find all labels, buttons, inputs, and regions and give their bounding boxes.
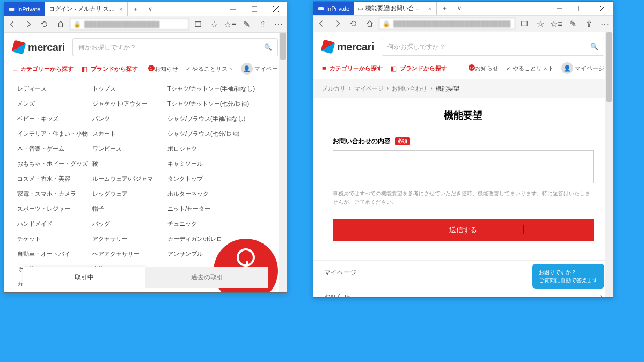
tab-active-trades[interactable]: 取引中 [23, 267, 145, 288]
close-window-button[interactable] [265, 2, 287, 16]
home-button[interactable] [362, 20, 378, 27]
refresh-button[interactable] [346, 20, 362, 27]
mega-item[interactable]: コスメ・香水・美容 [15, 171, 90, 186]
reading-view-button[interactable] [516, 20, 532, 27]
mega-item[interactable]: 帽子 [90, 201, 165, 216]
mega-item[interactable]: タンクトップ [165, 171, 282, 186]
mega-item[interactable]: キャミソール [165, 156, 282, 171]
tab-actions-button[interactable]: ∨ [452, 2, 467, 15]
home-button[interactable] [53, 20, 69, 28]
help-chat-bubble[interactable]: お困りですか？ ご質問に自動で答えます [532, 264, 604, 289]
mega-item[interactable]: スポーツ・レジャー [15, 201, 90, 216]
scrollbar[interactable] [605, 32, 613, 297]
nav-brand[interactable]: ◧ブランドから探す [81, 65, 138, 73]
inquiry-textarea[interactable] [333, 150, 594, 183]
more-button[interactable]: ⋯ [597, 19, 613, 29]
mercari-logo[interactable]: mercari [13, 41, 65, 54]
favorites-bar-button[interactable]: ☆≡ [548, 19, 565, 29]
submit-button[interactable]: 送信する [333, 219, 594, 241]
close-window-button[interactable] [591, 2, 613, 15]
nav-category[interactable]: ≡カテゴリーから探す [322, 64, 383, 72]
nav-mypage[interactable]: 👤マイページ [241, 63, 284, 75]
mega-item[interactable]: 靴 [90, 156, 165, 171]
mega-item[interactable]: ベビー・キッズ [15, 111, 90, 126]
search-icon[interactable]: 🔍 [264, 43, 272, 51]
refresh-button[interactable] [36, 20, 53, 28]
minimize-button[interactable] [222, 2, 244, 16]
share-button[interactable]: ⇪ [581, 19, 597, 29]
nav-mypage[interactable]: 👤マイページ [561, 62, 604, 74]
mega-item[interactable]: ニット/セーター [165, 201, 282, 216]
nav-brand[interactable]: ◧ブランドから探す [390, 64, 447, 72]
mega-item[interactable]: レディース [15, 81, 90, 96]
crumb[interactable]: マイページ [354, 85, 384, 93]
crumb[interactable]: メルカリ [322, 85, 346, 93]
new-tab-button[interactable]: ＋ [128, 2, 143, 16]
browser-tab[interactable]: ログイン - メルカリ スマホで × [45, 2, 128, 16]
forward-button[interactable] [330, 20, 346, 27]
mega-item[interactable]: シャツ/ブラウス(七分/長袖) [165, 126, 282, 141]
mega-item[interactable]: ハンドメイド [15, 216, 90, 231]
mega-item[interactable]: ポロシャツ [165, 141, 282, 156]
mega-item[interactable]: おもちゃ・ホビー・グッズ [15, 156, 90, 171]
mega-item[interactable]: Tシャツ/カットソー(七分/長袖) [165, 96, 282, 111]
mercari-logo[interactable]: mercari [322, 41, 374, 53]
mega-item[interactable]: シャツ/ブラウス(半袖/袖なし) [165, 111, 282, 126]
notes-button[interactable]: ✎ [238, 19, 254, 29]
scrollbar-thumb[interactable] [280, 33, 286, 60]
minimize-button[interactable] [548, 2, 570, 15]
mega-item[interactable]: バッグ [90, 216, 165, 231]
mega-item[interactable]: スカート [90, 126, 165, 141]
nav-category[interactable]: ≡カテゴリーから探す [13, 65, 74, 73]
mega-item[interactable]: 自動車・オートバイ [15, 246, 90, 261]
mega-item[interactable]: メンズ [15, 96, 90, 111]
mega-item[interactable]: 家電・スマホ・カメラ [15, 186, 90, 201]
forward-button[interactable] [20, 20, 36, 28]
maximize-button[interactable] [244, 2, 265, 16]
new-tab-button[interactable]: ＋ [437, 2, 452, 15]
share-button[interactable]: ⇪ [254, 19, 270, 29]
notes-button[interactable]: ✎ [565, 19, 581, 29]
mega-item[interactable]: アクセサリー [90, 231, 165, 246]
tab-actions-button[interactable]: ∨ [143, 2, 158, 16]
nav-todo[interactable]: ✓ やることリスト [186, 65, 233, 73]
more-button[interactable]: ⋯ [270, 19, 287, 29]
maximize-button[interactable] [570, 2, 591, 15]
nav-notice[interactable]: お知らせ [153, 65, 178, 73]
back-button[interactable] [313, 20, 330, 27]
search-input[interactable]: 何かお探しですか？ 🔍 [72, 38, 278, 56]
favorites-bar-button[interactable]: ☆≡ [222, 19, 238, 29]
mega-item[interactable]: ホルターネック [165, 186, 282, 201]
mega-item[interactable]: 本・音楽・ゲーム [15, 141, 90, 156]
mega-item[interactable]: インテリア・住まい・小物 [15, 126, 90, 141]
scrollbar[interactable] [279, 33, 287, 292]
crumb[interactable]: お問い合わせ [392, 85, 427, 93]
search-icon[interactable]: 🔍 [590, 43, 598, 50]
nav-todo[interactable]: ✓ やることリスト [506, 64, 554, 72]
mega-item[interactable]: チケット [15, 231, 90, 246]
mega-item[interactable]: ルームウェア/パジャマ [90, 171, 165, 186]
tab-past-trades[interactable]: 過去の取引 [145, 267, 268, 288]
search-input[interactable]: 何かお探しですか？ 🔍 [382, 38, 604, 56]
back-button[interactable] [4, 20, 20, 28]
mega-item[interactable]: カーディガン/ボレロ [165, 231, 282, 246]
svg-rect-6 [318, 7, 324, 10]
mega-item[interactable]: ワンピース [90, 141, 165, 156]
url-field[interactable]: 🔒████████████████████████████ [379, 18, 515, 29]
url-field[interactable]: 🔒██████████████████ [70, 18, 189, 30]
mega-item[interactable]: パンツ [90, 111, 165, 126]
favorite-button[interactable]: ☆ [206, 19, 222, 29]
mega-item[interactable]: ジャケット/アウター [90, 96, 165, 111]
reading-view-button[interactable] [190, 20, 206, 28]
mega-item[interactable]: チュニック [165, 216, 282, 231]
mega-item[interactable]: Tシャツ/カットソー(半袖/袖なし) [165, 81, 282, 96]
close-tab-icon[interactable]: × [118, 6, 123, 12]
scrollbar-thumb[interactable] [606, 32, 612, 102]
mega-item[interactable]: レッグウェア [90, 186, 165, 201]
mega-item[interactable]: ヘアアクセサリー [90, 246, 165, 261]
browser-tab[interactable]: ▭ 機能要望|お問い合わせ - × [354, 2, 437, 15]
close-tab-icon[interactable]: × [427, 5, 433, 12]
favorite-button[interactable]: ☆ [532, 19, 548, 29]
nav-notice[interactable]: お知らせ [473, 64, 499, 72]
mega-item[interactable]: トップス [90, 81, 165, 96]
